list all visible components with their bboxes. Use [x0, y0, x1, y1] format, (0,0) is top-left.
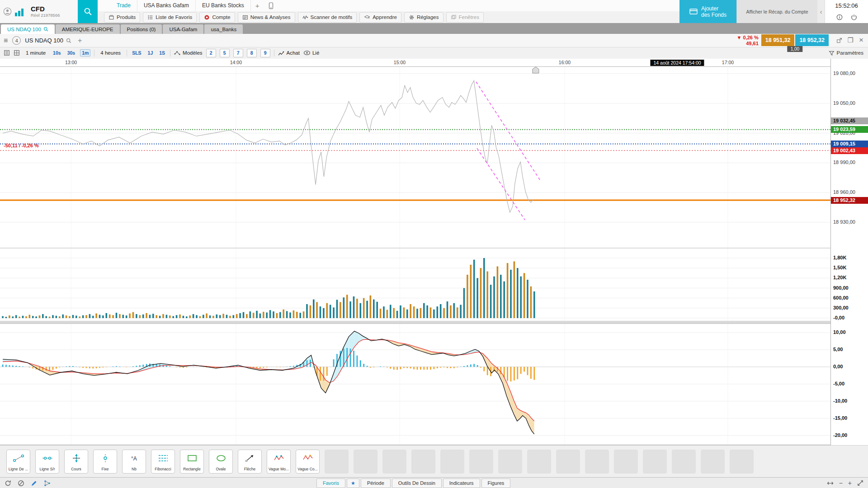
- buy-mode-button[interactable]: Achat: [278, 50, 300, 56]
- empty-tool-slot[interactable]: [614, 450, 638, 474]
- pencil-icon[interactable]: [31, 480, 38, 487]
- menu-news-analyses[interactable]: News & Analyses: [238, 12, 295, 23]
- info-icon[interactable]: [836, 14, 843, 20]
- period-select[interactable]: 4 heures: [98, 50, 123, 56]
- power-icon[interactable]: [851, 14, 857, 20]
- add-workspace-button[interactable]: +: [251, 2, 264, 9]
- divider: [94, 50, 94, 56]
- sell-price-button[interactable]: 18 951,32: [761, 34, 795, 46]
- chart-canvas[interactable]: -50,11 / -0,26 %: [0, 66, 830, 445]
- empty-tool-slot[interactable]: [672, 450, 696, 474]
- zoom-out-button[interactable]: −: [839, 479, 843, 488]
- empty-tool-slot[interactable]: [701, 450, 725, 474]
- empty-tool-slot[interactable]: [585, 450, 609, 474]
- layout-chip-9[interactable]: 9: [260, 49, 270, 57]
- tool-rectangle[interactable]: Rectangle: [180, 450, 204, 474]
- tab-star[interactable]: ★: [347, 479, 359, 488]
- tab-periode[interactable]: Période: [361, 479, 391, 488]
- models-button[interactable]: Modèles: [174, 50, 202, 56]
- menu-apprendre[interactable]: Apprendre: [359, 12, 401, 23]
- user-avatar[interactable]: [0, 7, 15, 16]
- chart-menu-icon[interactable]: ≡: [4, 37, 8, 45]
- empty-tool-slot[interactable]: [382, 450, 406, 474]
- tool-fixe[interactable]: Fixe: [93, 450, 117, 474]
- linked-toggle[interactable]: Lié: [303, 50, 319, 56]
- share-branch-icon[interactable]: [44, 480, 51, 487]
- layout-chip-2[interactable]: 2: [206, 49, 216, 57]
- expand-icon[interactable]: [857, 480, 863, 486]
- empty-tool-slot[interactable]: [730, 450, 754, 474]
- buy-price-button[interactable]: 18 952,32: [795, 34, 829, 46]
- account-recap-button[interactable]: Afficher le Récap. du Compte: [736, 0, 817, 23]
- tab-outils-de-dessin[interactable]: Outils De Dessin: [392, 479, 442, 488]
- tab-usa-gafam[interactable]: USA-Gafam: [163, 24, 203, 34]
- tool-nb[interactable]: °A Nb: [122, 450, 146, 474]
- mobile-app-icon[interactable]: [268, 2, 274, 9]
- add-funds-button[interactable]: Ajouter des Fonds: [679, 0, 736, 23]
- tf-chip-1m[interactable]: 1m: [80, 49, 90, 56]
- empty-tool-slot[interactable]: [469, 450, 493, 474]
- tool-fibonacci[interactable]: Fibonacci: [151, 450, 175, 474]
- layout-icon[interactable]: [14, 50, 20, 56]
- tab-amerique-europe[interactable]: AMERIQUE-EUROPE: [56, 24, 120, 34]
- zoom-in-button[interactable]: +: [848, 479, 852, 488]
- refresh-icon[interactable]: [5, 480, 11, 487]
- erase-drawings-icon[interactable]: [18, 480, 24, 487]
- menu-liste-de-favoris[interactable]: Liste de Favoris: [143, 12, 197, 23]
- menu-scanner-de-motifs[interactable]: Scanner de motifs: [298, 12, 357, 23]
- time-axis-label: 16:00: [559, 60, 571, 65]
- price-axis[interactable]: 19 080,0019 050,0019 020,0018 990,0018 9…: [830, 66, 868, 445]
- empty-tool-slot[interactable]: [411, 450, 435, 474]
- menu-fenetres[interactable]: Fenêtres: [446, 12, 484, 23]
- tf-chip-30s[interactable]: 30s: [66, 50, 77, 56]
- tab-indicateurs[interactable]: Indicateurs: [443, 479, 480, 488]
- layout-chip-7[interactable]: 7: [233, 49, 243, 57]
- report-icon[interactable]: [4, 50, 10, 56]
- tab-favoris[interactable]: Favoris: [316, 479, 345, 488]
- window-number-badge[interactable]: 4: [12, 36, 21, 45]
- symbol-search-icon[interactable]: [66, 38, 71, 43]
- empty-tool-slot[interactable]: [527, 450, 551, 474]
- range-chip-1s[interactable]: 1S: [158, 50, 166, 56]
- tool-trend-line[interactable]: Ligne De ...: [6, 450, 30, 474]
- menu-reglages[interactable]: Réglages: [404, 12, 443, 23]
- empty-tool-slot[interactable]: [498, 450, 522, 474]
- workspace-tab-eu-banks-stocks[interactable]: EU Banks Stocks: [196, 0, 251, 11]
- axis-tick-label: 19 080,00: [833, 70, 855, 76]
- timeframe-select[interactable]: 1 minute: [24, 50, 48, 56]
- tool-ovale[interactable]: Ovale: [209, 450, 233, 474]
- empty-tool-slot[interactable]: [643, 450, 667, 474]
- empty-tool-slot[interactable]: [325, 450, 349, 474]
- range-chip-sls[interactable]: SLS: [131, 50, 142, 56]
- fit-width-icon[interactable]: [827, 480, 834, 486]
- global-search-button[interactable]: [78, 0, 98, 23]
- time-axis[interactable]: 13:0014:0015:0016:0014 août 2024 17:54:0…: [0, 59, 830, 67]
- close-icon[interactable]: ×: [859, 37, 863, 43]
- maximize-icon[interactable]: ❒: [848, 37, 854, 43]
- popout-icon[interactable]: [836, 38, 842, 43]
- workspace-tab-usa-banks-gafam[interactable]: USA Banks Gafam: [137, 0, 196, 11]
- tab-positions[interactable]: Positions (0): [121, 24, 162, 34]
- layout-chip-5[interactable]: 5: [220, 49, 230, 57]
- layout-chip-8[interactable]: 8: [247, 49, 257, 57]
- tab-us-ndaq-100[interactable]: US NDAQ 100: [1, 24, 55, 34]
- top-bar: CFD Réel 21978566 Trade USA Banks Gafam …: [0, 0, 868, 23]
- tool-fleche[interactable]: Flèche: [238, 450, 262, 474]
- parameters-button[interactable]: Paramètres: [829, 47, 863, 59]
- workspace-tab-trade[interactable]: Trade: [110, 0, 137, 11]
- tab-figures[interactable]: Figures: [481, 479, 511, 488]
- empty-tool-slot[interactable]: [556, 450, 580, 474]
- range-chip-1j[interactable]: 1J: [146, 50, 155, 56]
- empty-tool-slot[interactable]: [440, 450, 464, 474]
- empty-tool-slot[interactable]: [354, 450, 377, 474]
- tf-chip-10s[interactable]: 10s: [52, 50, 62, 56]
- menu-compte[interactable]: Compte: [199, 12, 235, 23]
- add-instrument-button[interactable]: +: [78, 37, 82, 45]
- tool-sr-line[interactable]: Ligne S/r: [35, 450, 59, 474]
- tool-vague-corrective[interactable]: Vague Co...: [296, 450, 320, 474]
- collapse-chevron[interactable]: ‹: [817, 0, 825, 23]
- tool-vague-motifs[interactable]: Vague Mo...: [267, 450, 291, 474]
- tool-cours[interactable]: Cours: [64, 450, 88, 474]
- tab-usa-banks[interactable]: usa_Banks: [204, 24, 243, 34]
- menu-produits[interactable]: Produits: [104, 12, 140, 23]
